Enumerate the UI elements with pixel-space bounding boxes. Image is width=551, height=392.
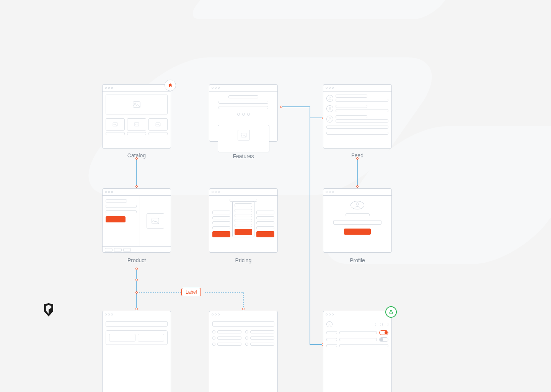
connector-node <box>242 308 245 310</box>
pricing-plan <box>256 211 274 237</box>
caption-profile: Profile <box>323 257 392 263</box>
input-placeholder <box>212 321 274 327</box>
feed-item <box>326 95 388 102</box>
image-placeholder <box>106 118 125 131</box>
caption-features: Features <box>209 153 278 159</box>
text-placeholder <box>106 199 127 203</box>
avatar-icon <box>326 116 333 122</box>
home-badge-icon <box>165 80 176 91</box>
image-placeholder <box>147 213 164 229</box>
wireframe-feed <box>323 84 392 149</box>
avatar-icon <box>326 95 333 102</box>
toggle-icon <box>379 337 388 342</box>
tab-placeholder <box>123 248 131 252</box>
caption-pricing: Pricing <box>209 257 278 263</box>
wireframe-features-popup <box>218 125 269 152</box>
cta-placeholder <box>256 231 274 237</box>
window-titlebar <box>323 189 391 196</box>
radio-option <box>212 336 241 340</box>
text-placeholder <box>326 132 388 135</box>
text-placeholder <box>148 132 168 135</box>
pagination-dots <box>218 113 268 116</box>
svg-point-12 <box>329 97 331 98</box>
text-placeholder <box>228 95 258 98</box>
connector-node <box>280 106 282 108</box>
svg-point-17 <box>329 323 330 324</box>
connector-node <box>135 185 138 188</box>
text-placeholder <box>333 220 381 225</box>
cta-placeholder <box>235 229 253 235</box>
text-placeholder <box>127 132 146 135</box>
feed-item <box>326 105 388 112</box>
tab-placeholder <box>114 248 122 252</box>
image-placeholder <box>127 118 146 131</box>
connector-label: Label <box>181 288 201 296</box>
wireframe-product <box>102 188 171 253</box>
connector-node <box>135 291 138 294</box>
lock-open-badge-icon <box>385 306 397 318</box>
radio-option <box>212 330 241 333</box>
cta-placeholder <box>344 229 370 235</box>
cta-placeholder <box>212 231 230 237</box>
window-titlebar <box>103 311 171 318</box>
window-titlebar <box>209 189 277 196</box>
image-placeholder <box>106 95 168 114</box>
text-placeholder <box>106 210 137 213</box>
tab-placeholder <box>105 248 112 252</box>
caption-feed: Feed <box>323 152 392 158</box>
settings-row <box>326 337 388 342</box>
settings-row <box>326 344 388 347</box>
wireframe-partial-left <box>102 311 171 392</box>
radio-option <box>212 343 241 346</box>
connector-node <box>356 185 359 188</box>
feed-item <box>326 115 388 122</box>
connector-node <box>135 279 138 281</box>
svg-rect-18 <box>390 312 393 314</box>
avatar-icon <box>326 105 333 112</box>
window-titlebar <box>209 311 277 318</box>
caption-catalog: Catalog <box>102 152 171 158</box>
wireframe-catalog <box>102 84 171 149</box>
connector-node <box>135 308 138 310</box>
window-titlebar <box>209 85 277 91</box>
window-titlebar <box>323 85 391 91</box>
radio-option <box>245 336 274 340</box>
input-placeholder <box>138 334 164 341</box>
wireframe-pricing <box>209 188 278 253</box>
pricing-plan-featured <box>232 201 255 237</box>
radio-option <box>245 343 274 346</box>
wireframe-profile <box>323 188 392 253</box>
text-placeholder <box>346 213 370 216</box>
text-placeholder <box>218 106 268 109</box>
image-placeholder <box>148 118 168 131</box>
wireframe-partial-middle <box>209 311 278 392</box>
input-placeholder <box>109 334 135 341</box>
wireframe-partial-right <box>323 311 392 392</box>
text-placeholder <box>106 321 168 327</box>
text-placeholder <box>106 205 137 208</box>
text-placeholder <box>218 101 268 104</box>
connector-node <box>135 268 138 270</box>
avatar-icon <box>326 321 333 327</box>
settings-row <box>326 330 388 335</box>
radio-option <box>245 330 274 333</box>
toggle-icon <box>379 330 388 335</box>
cta-placeholder <box>106 216 126 222</box>
brand-logo <box>43 303 54 318</box>
text-placeholder <box>326 126 388 129</box>
svg-point-14 <box>329 118 331 119</box>
text-placeholder <box>106 132 125 135</box>
window-titlebar <box>103 189 171 196</box>
window-titlebar <box>323 311 391 318</box>
pricing-plan <box>212 211 230 237</box>
image-placeholder <box>238 130 250 140</box>
avatar-icon <box>350 201 364 209</box>
window-titlebar <box>103 85 171 91</box>
caption-product: Product <box>102 257 171 263</box>
svg-point-16 <box>356 203 359 205</box>
svg-point-7 <box>135 103 136 104</box>
svg-point-13 <box>329 107 331 109</box>
